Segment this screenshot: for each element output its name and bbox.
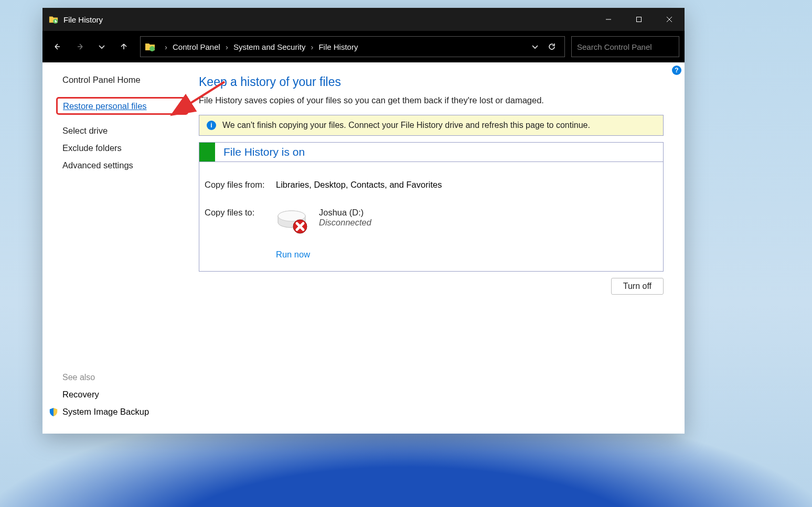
crumb-system-security[interactable]: System and Security — [233, 42, 306, 51]
close-button[interactable] — [654, 8, 685, 31]
control-panel-window: File History › Control Panel › System an… — [42, 8, 685, 434]
see-also-recovery-label: Recovery — [62, 390, 99, 400]
desktop-wallpaper — [0, 434, 812, 507]
search-box[interactable] — [571, 36, 679, 57]
action-row: Turn off — [199, 278, 664, 295]
crumb-control-panel[interactable]: Control Panel — [173, 42, 220, 51]
page-subtitle: File History saves copies of your files … — [199, 95, 664, 105]
sidebar-select-drive[interactable]: Select drive — [62, 126, 199, 136]
drive-destination: Joshua (D:) Disconnected — [276, 208, 658, 236]
forward-button[interactable] — [70, 36, 90, 57]
drive-info: Joshua (D:) Disconnected — [319, 208, 371, 228]
status-header: File History is on — [199, 143, 663, 162]
window-title: File History — [63, 15, 593, 24]
status-table: Copy files from: Libraries, Desktop, Con… — [205, 178, 658, 262]
restore-highlight-box: Restore personal files — [56, 97, 188, 115]
sidebar: Control Panel Home Restore personal file… — [42, 62, 199, 434]
address-bar[interactable]: › Control Panel › System and Security › … — [140, 36, 565, 57]
status-indicator-icon — [199, 143, 215, 161]
drive-name: Joshua (D:) — [319, 208, 371, 218]
window-controls — [593, 8, 685, 31]
svg-point-2 — [149, 46, 155, 51]
search-input[interactable] — [577, 42, 677, 51]
help-button[interactable]: ? — [672, 66, 681, 75]
chevron-right-icon: › — [311, 42, 313, 51]
status-title: File History is on — [215, 146, 305, 158]
page-heading: Keep a history of your files — [199, 75, 664, 89]
drive-disconnected-icon — [276, 208, 311, 236]
see-also: See also Recovery System Image Backup — [62, 373, 149, 424]
chevron-right-icon: › — [226, 42, 228, 51]
see-also-recovery[interactable]: Recovery — [62, 390, 149, 400]
sidebar-advanced-settings[interactable]: Advanced settings — [62, 160, 199, 170]
copy-from-value: Libraries, Desktop, Contacts, and Favori… — [276, 178, 658, 192]
svg-rect-1 — [637, 17, 642, 22]
main-panel: Keep a history of your files File Histor… — [199, 62, 685, 434]
address-dropdown-button[interactable] — [527, 38, 543, 55]
info-icon: i — [207, 121, 216, 130]
see-also-header: See also — [62, 373, 149, 382]
back-button[interactable] — [48, 36, 68, 57]
titlebar: File History — [42, 8, 685, 31]
warning-alert: i We can't finish copying your files. Co… — [199, 115, 664, 136]
folder-icon — [145, 41, 155, 52]
recent-dropdown-button[interactable] — [92, 36, 112, 57]
sidebar-restore-files[interactable]: Restore personal files — [63, 101, 147, 111]
maximize-button[interactable] — [624, 8, 654, 31]
up-button[interactable] — [114, 36, 134, 57]
status-box: File History is on Copy files from: Libr… — [199, 142, 664, 272]
alert-text: We can't finish copying your files. Conn… — [222, 121, 590, 130]
see-also-system-image-backup[interactable]: System Image Backup — [62, 407, 149, 417]
sidebar-exclude-folders[interactable]: Exclude folders — [62, 143, 199, 153]
navigation-bar: › Control Panel › System and Security › … — [42, 31, 685, 62]
copy-from-label: Copy files from: — [205, 178, 276, 192]
content-area: ? Control Panel Home Restore personal fi… — [42, 62, 685, 434]
chevron-right-icon: › — [165, 42, 167, 51]
minimize-button[interactable] — [593, 8, 624, 31]
breadcrumb: › Control Panel › System and Security › … — [159, 42, 527, 51]
status-body: Copy files from: Libraries, Desktop, Con… — [199, 162, 663, 271]
file-history-icon — [49, 15, 58, 24]
see-also-system-image-label: System Image Backup — [62, 407, 149, 417]
crumb-file-history[interactable]: File History — [318, 42, 358, 51]
run-now-link[interactable]: Run now — [276, 250, 310, 259]
sidebar-home[interactable]: Control Panel Home — [62, 75, 199, 85]
copy-to-label: Copy files to: — [205, 206, 276, 238]
shield-icon — [49, 407, 58, 417]
refresh-button[interactable] — [543, 38, 560, 55]
turn-off-button[interactable]: Turn off — [611, 278, 664, 295]
drive-state: Disconnected — [319, 218, 371, 228]
